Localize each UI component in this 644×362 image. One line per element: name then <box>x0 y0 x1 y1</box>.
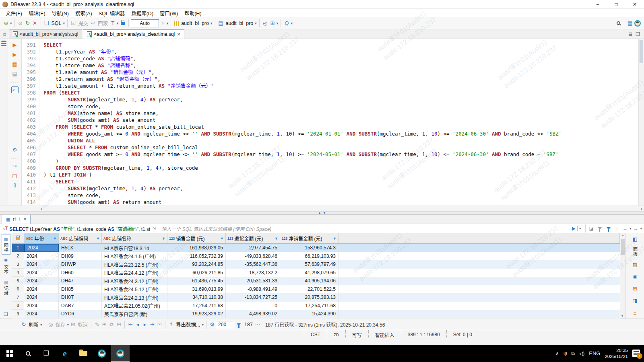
file-explorer-button[interactable] <box>74 345 93 362</box>
status-segment[interactable]: 389 : 1 : 16980 <box>401 330 446 339</box>
row-number[interactable]: 7 <box>12 293 24 302</box>
table-cell[interactable]: 英氏京东自营店 (新) <box>102 310 167 318</box>
editor-tab[interactable]: <audit_bi_pro> analysis.sql <box>9 29 82 39</box>
usb-icon[interactable]: ψ <box>564 351 567 356</box>
editor-horizontal-scrollbar[interactable]: ◂ ▸ <box>0 206 644 211</box>
execute-new-tab-icon[interactable]: ▶ <box>11 51 19 58</box>
text-view-tab[interactable]: ≣ 文本 <box>2 256 10 276</box>
dashboard-icon[interactable]: ◴ <box>262 19 269 27</box>
filter-input[interactable]: 输入一个 SQL 表达式来过滤结果 (使用 Ctrl+Space) <box>161 225 271 232</box>
column-dropdown-icon[interactable]: ▼ <box>220 237 224 241</box>
table-row[interactable]: 72024DH0THLA唯品会24.2.13 (广州)34,710,110.38… <box>12 293 620 302</box>
close-tab-icon[interactable]: ✕ <box>177 32 180 37</box>
table-cell[interactable]: 158,960,574.3 <box>280 244 339 252</box>
table-cell[interactable]: DH47 <box>59 277 102 285</box>
filter-remove-icon[interactable] <box>598 227 602 230</box>
table-row[interactable]: 42024DH60HLA唯品会24.4.12 (广州)60,026,211.85… <box>12 269 620 277</box>
start-button[interactable] <box>0 345 19 362</box>
commit-icon[interactable]: ☑ <box>70 19 77 27</box>
perspective-table-icon[interactable]: ▦ <box>626 19 634 27</box>
auto-commit-select[interactable]: Auto <box>131 19 159 27</box>
menu-item[interactable]: 搜索(A) <box>72 9 95 17</box>
table-cell[interactable]: DH0T <box>59 293 102 302</box>
db-search-icon[interactable]: Q <box>283 19 290 27</box>
disconnect-icon[interactable]: ✕ <box>31 19 39 27</box>
connection-selector[interactable]: audit_bi_pro <box>180 21 210 26</box>
scroll-up-icon[interactable]: ▴ <box>622 233 623 237</box>
lock-icon[interactable] <box>121 22 125 25</box>
scroll-left-icon[interactable]: ◂ <box>40 207 42 211</box>
database-navigator-icon[interactable] <box>1 41 6 46</box>
sql-code[interactable]: SELECT t1.perYear AS "年份", t1.store_code… <box>39 39 638 206</box>
status-segment[interactable]: 智能插入 <box>368 330 401 339</box>
table-cell[interactable]: 19,923,329.02 <box>167 310 226 318</box>
column-dropdown-icon[interactable]: ▼ <box>96 237 100 241</box>
table-cell[interactable]: -49,833,628.46 <box>226 252 280 261</box>
table-cell[interactable]: 22,701,522.5 <box>280 285 339 294</box>
error-file-icon[interactable]: ▢ <box>11 172 19 179</box>
table-cell[interactable]: 2024 <box>24 277 59 285</box>
history-back-icon[interactable]: ← <box>623 226 627 231</box>
table-cell[interactable]: 40,905,194.06 <box>280 277 339 285</box>
commit-label[interactable]: 提交 <box>77 19 89 27</box>
menu-item[interactable]: SQL 编辑器 <box>95 9 128 17</box>
panel-settings-icon[interactable]: ❏ <box>4 311 8 319</box>
table-cell[interactable]: 41,298,079.65 <box>280 269 339 277</box>
table-cell[interactable]: 0 <box>226 302 280 310</box>
splitter-down-icon[interactable]: ▼ <box>323 211 326 215</box>
nav-last-icon[interactable]: ⇥ <box>149 321 156 329</box>
table-row[interactable]: 62024DH85HLA唯品会24.5.12 (广州)31,690,013.99… <box>12 285 620 294</box>
export-caret-icon[interactable]: ▾ <box>202 323 204 327</box>
dbeaver-perspective-icon[interactable] <box>634 20 641 27</box>
history-forward-icon[interactable]: → <box>633 226 638 231</box>
status-segment[interactable]: CST <box>304 330 327 339</box>
execute-statement-icon[interactable]: ▶ <box>11 41 19 48</box>
rollback-icon[interactable]: ↩ <box>89 19 97 27</box>
fetch-size-input[interactable]: 200 <box>216 321 234 328</box>
references-panel-icon[interactable]: ⊞ <box>632 284 639 292</box>
table-cell[interactable]: 2024 <box>24 244 59 252</box>
save-icon[interactable]: ◎ <box>47 321 54 329</box>
value-panel-icon[interactable]: ◨ <box>632 296 639 304</box>
filter-expand-icon[interactable]: ⇲ <box>152 226 156 231</box>
menu-item[interactable]: 导航(N) <box>49 9 72 17</box>
table-cell[interactable]: 2024 <box>24 269 59 277</box>
sql-editor-label[interactable]: SQL <box>50 21 63 26</box>
explain-plan-icon[interactable]: ▤ <box>11 70 19 77</box>
table-cell[interactable]: 2024 <box>24 252 59 261</box>
results-grid[interactable]: ABC年份▼ABC店铺编码▼ABC店铺名称▼123销售金额 (元)▼123退货金… <box>12 233 620 319</box>
table-cell[interactable]: HLA唯品会23.12.5 (广州) <box>102 260 167 269</box>
close-tab-icon[interactable]: ✕ <box>23 217 27 222</box>
table-cell[interactable]: 2024 <box>24 285 59 294</box>
table-cell[interactable]: 60,026,211.85 <box>167 269 226 277</box>
nav-next-icon[interactable]: ▸ <box>141 321 149 329</box>
row-number[interactable]: 8 <box>12 302 24 310</box>
table-cell[interactable]: 17,254,711.68 <box>280 302 339 310</box>
table-row[interactable]: 12024H5LXHLA京东自营18.3.14161,938,029.05-2,… <box>12 244 620 252</box>
editor-results-splitter[interactable]: ▲ ▼ <box>0 211 644 215</box>
export-file-icon[interactable]: ↪ <box>11 162 19 169</box>
grid-view-tab[interactable]: ▦ 网格 <box>2 234 10 255</box>
table-cell[interactable]: HLA京东自营18.3.14 <box>102 244 167 252</box>
schema-diagram-icon[interactable]: ⊞ <box>269 19 276 27</box>
sql-editor-icon[interactable]: ❑ <box>43 19 50 27</box>
filter-erase-icon[interactable]: ◪ <box>589 226 594 231</box>
metadata-panel-icon[interactable]: ◉ <box>632 272 639 280</box>
editor-tab[interactable]: <audit_bi_pro> analysis_cleartime.sql✕ <box>83 29 184 39</box>
maximize-view-icon[interactable]: ❐ <box>636 31 640 37</box>
invalidate-connection-icon[interactable]: ↻ <box>24 19 31 27</box>
filter-sql-text[interactable]: SELECT t1.perYear AS "年份", t1.store_code… <box>9 225 150 232</box>
editor-settings-icon[interactable]: ⚙ <box>11 146 19 153</box>
add-row-icon[interactable]: ⊞ <box>101 321 108 329</box>
rollback-label[interactable]: 回滚 <box>97 19 109 27</box>
splitter-up-icon[interactable]: ▲ <box>318 211 321 215</box>
clock-icon[interactable]: ◔ <box>159 19 166 27</box>
column-header[interactable]: ABC年份▼ <box>24 233 59 243</box>
dbeaver-taskbar-button-2[interactable] <box>111 345 130 362</box>
table-cell[interactable]: 61,436,775.45 <box>167 277 226 285</box>
record-view-tab[interactable]: ▥ 记录 <box>2 278 10 297</box>
menu-item[interactable]: 文件(F) <box>2 9 25 17</box>
cancel-label[interactable]: 取消 <box>76 321 89 328</box>
history-forward-caret-icon[interactable]: ▾ <box>640 226 642 230</box>
table-row[interactable]: 52024DH47HLA唯品会24.3.12 (广州)61,436,775.45… <box>12 277 620 285</box>
